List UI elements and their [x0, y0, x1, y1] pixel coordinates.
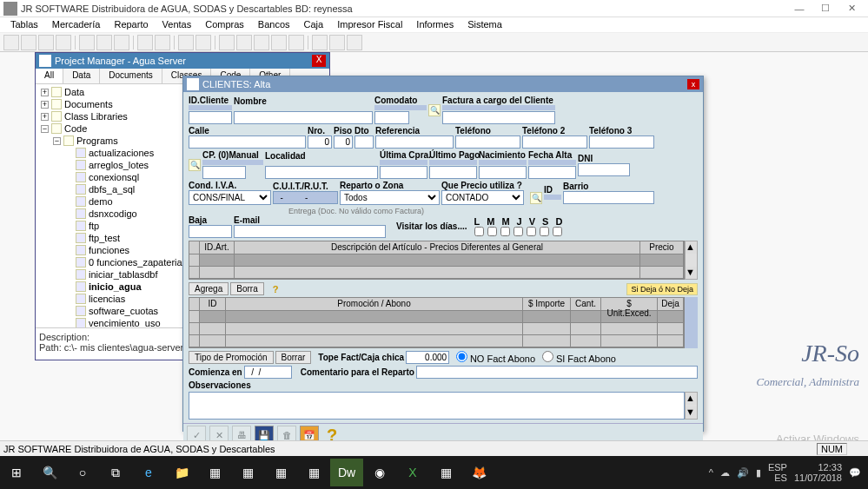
toolbar-btn-14[interactable] — [254, 35, 269, 50]
task-app-6[interactable]: ▦ — [429, 459, 462, 486]
clientes-close-button[interactable]: x — [687, 79, 699, 89]
minimize-button[interactable]: — — [786, 3, 812, 14]
task-app-2[interactable]: ▦ — [231, 459, 264, 486]
input-comodato[interactable] — [374, 111, 409, 124]
toolbar-btn-13[interactable] — [236, 35, 252, 50]
clientes-titlebar[interactable]: CLIENTES: Alta x — [183, 76, 703, 92]
close-button[interactable]: ✕ — [838, 3, 865, 14]
radio-nofact[interactable]: NO Fact Abono — [456, 351, 535, 364]
task-app-5[interactable]: Dw — [330, 459, 363, 486]
input-ultimacpra[interactable] — [380, 166, 427, 179]
chk-day-s[interactable] — [540, 227, 549, 236]
tray-lang[interactable]: ESPES — [768, 462, 787, 483]
edge-icon[interactable]: e — [132, 459, 165, 486]
task-app-7[interactable]: 🦊 — [462, 459, 495, 486]
input-dto[interactable] — [354, 135, 374, 149]
cortana-icon[interactable]: ○ — [66, 459, 99, 486]
toolbar-btn-3[interactable] — [38, 35, 54, 50]
toolbar-btn-16[interactable] — [288, 35, 304, 50]
input-comentario[interactable] — [416, 366, 698, 379]
toolbar-btn-2[interactable] — [21, 35, 36, 50]
input-fechaalta[interactable] — [528, 166, 576, 179]
menu-tablas[interactable]: Tablas — [3, 17, 45, 32]
input-nacimiento[interactable] — [479, 166, 527, 179]
chk-day-l[interactable] — [474, 227, 484, 236]
select-precio[interactable]: CONTADO — [441, 190, 524, 205]
tray-volume-icon[interactable]: 🔊 — [737, 467, 749, 479]
input-referencia[interactable] — [375, 135, 454, 149]
chk-day-d[interactable] — [553, 227, 562, 236]
tray-clock[interactable]: 12:3311/07/2018 — [794, 462, 842, 483]
pm-titlebar[interactable]: Project Manager - Agua Server X — [36, 53, 329, 69]
toolbar-btn-19[interactable] — [347, 35, 362, 50]
task-app-1[interactable]: ▦ — [198, 459, 231, 486]
toolbar-btn-15[interactable] — [271, 35, 287, 50]
input-comienza[interactable] — [244, 366, 292, 379]
tray-network-icon[interactable]: ▮ — [756, 467, 761, 479]
explorer-icon[interactable]: 📁 — [165, 459, 198, 486]
toolbar-btn-9[interactable] — [155, 35, 170, 50]
input-localidad[interactable] — [265, 166, 378, 179]
btn-agrega[interactable]: Agrega — [189, 282, 229, 295]
chrome-icon[interactable]: ◉ — [363, 459, 396, 486]
toolbar-btn-17[interactable] — [312, 35, 328, 50]
toolbar-btn-4[interactable] — [56, 35, 71, 50]
maximize-button[interactable]: ☐ — [812, 3, 838, 14]
system-tray[interactable]: ^ ☁ 🔊 ▮ ESPES 12:3311/07/2018 💬 — [709, 462, 868, 483]
input-nro[interactable] — [308, 135, 332, 149]
radio-sifact[interactable]: SI Fact Abono — [542, 351, 616, 364]
input-dni[interactable] — [578, 163, 630, 176]
input-email[interactable] — [234, 225, 386, 238]
menu-sistema[interactable]: Sistema — [461, 17, 509, 32]
chk-day-m2[interactable] — [500, 227, 510, 236]
task-app-3[interactable]: ▦ — [264, 459, 297, 486]
toolbar-btn-5[interactable] — [79, 35, 95, 50]
chk-day-v[interactable] — [527, 227, 536, 236]
excel-icon[interactable]: X — [396, 459, 429, 486]
table2-body[interactable] — [189, 311, 685, 348]
input-telefono[interactable] — [455, 135, 520, 149]
btn-tipopromo[interactable]: Tipo de Promoción — [189, 351, 274, 364]
toolbar-btn-1[interactable] — [3, 35, 19, 50]
help-icon[interactable]: ? — [273, 284, 279, 294]
search-cp-icon[interactable]: 🔍 — [189, 159, 201, 171]
btn-borrar[interactable]: Borrar — [275, 351, 312, 364]
select-reparto[interactable]: Todos — [340, 190, 440, 205]
input-calle[interactable] — [189, 135, 306, 149]
chk-day-m1[interactable] — [487, 227, 497, 236]
menu-impresor[interactable]: Impresor Fiscal — [330, 17, 409, 32]
search-precio-icon[interactable]: 🔍 — [530, 192, 542, 204]
menu-caja[interactable]: Caja — [297, 17, 331, 32]
menu-informes[interactable]: Informes — [409, 17, 461, 32]
input-factura[interactable] — [442, 111, 555, 124]
input-piso[interactable] — [334, 135, 353, 149]
obs-scrollbar[interactable]: ▲▼ — [685, 392, 698, 420]
input-cp[interactable] — [202, 166, 246, 179]
textarea-observaciones[interactable] — [189, 392, 685, 420]
input-nombre[interactable] — [234, 111, 373, 124]
input-telefono3[interactable] — [589, 135, 654, 149]
chk-day-j[interactable] — [514, 227, 523, 236]
input-idcliente[interactable] — [189, 111, 232, 124]
toolbar-btn-18[interactable] — [329, 35, 345, 50]
table1-scrollbar[interactable]: ▲▼ — [685, 241, 698, 280]
menu-compras[interactable]: Compras — [198, 17, 251, 32]
input-telefono2[interactable] — [522, 135, 587, 149]
menu-reparto[interactable]: Reparto — [107, 17, 155, 32]
pm-tab-all[interactable]: All — [36, 69, 63, 83]
input-cuit[interactable] — [273, 191, 338, 204]
pm-tab-documents[interactable]: Documents — [100, 69, 162, 83]
toolbar-btn-8[interactable] — [137, 35, 153, 50]
menu-ventas[interactable]: Ventas — [156, 17, 199, 32]
pm-close-button[interactable]: X — [312, 55, 326, 67]
pm-tab-data[interactable]: Data — [63, 69, 100, 83]
input-tope[interactable] — [406, 351, 449, 364]
toolbar-btn-10[interactable] — [178, 35, 194, 50]
btn-borra[interactable]: Borra — [230, 282, 263, 295]
menu-bancos[interactable]: Bancos — [251, 17, 297, 32]
tray-notifications-icon[interactable]: 💬 — [849, 467, 861, 479]
toolbar-btn-12[interactable] — [219, 35, 235, 50]
toolbar-btn-7[interactable] — [114, 35, 129, 50]
search-icon[interactable]: 🔍 — [33, 459, 66, 486]
toolbar-btn-6[interactable] — [96, 35, 112, 50]
